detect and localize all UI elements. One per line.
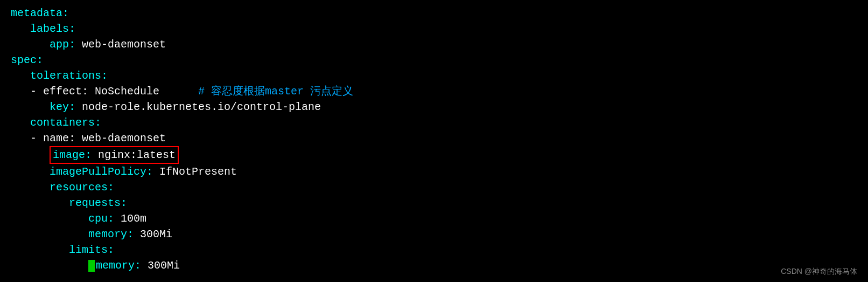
- highlighted-text-box: image: nginx:latest: [50, 146, 179, 164]
- code-token: key:: [50, 99, 82, 115]
- code-line: memory: 300Mi: [11, 258, 857, 273]
- watermark-text: CSDN @神奇的海马体: [781, 266, 857, 277]
- code-line: cpu: 100m: [11, 211, 857, 226]
- code-token: spec:: [11, 52, 43, 68]
- code-token: web-daemonset: [82, 37, 166, 52]
- code-token: cpu:: [88, 211, 121, 226]
- code-token: imagePullPolicy:: [50, 164, 159, 180]
- code-token: web-daemonset: [82, 130, 166, 146]
- code-line: containers:: [11, 115, 857, 130]
- code-line: memory: 300Mi: [11, 226, 857, 242]
- code-token: memory:: [96, 258, 148, 273]
- code-line: key: node-role.kubernetes.io/control-pla…: [11, 99, 857, 115]
- code-token: app:: [50, 37, 82, 52]
- text-cursor: [88, 260, 95, 272]
- code-line: image: nginx:latest: [11, 146, 857, 164]
- code-token: NoSchedule: [95, 84, 159, 99]
- code-token: containers:: [30, 115, 101, 130]
- code-line: tolerations:: [11, 68, 857, 84]
- code-line: labels:: [11, 21, 857, 37]
- code-token: 300Mi: [140, 226, 172, 242]
- code-token: node-role.kubernetes.io/control-plane: [82, 99, 321, 115]
- code-token: labels:: [30, 21, 75, 37]
- code-line: limits:: [11, 242, 857, 258]
- code-token: limits:: [69, 242, 114, 258]
- code-line: app: web-daemonset: [11, 37, 857, 52]
- code-token: IfNotPresent: [159, 164, 237, 180]
- code-token: - name:: [30, 130, 82, 146]
- code-editor: metadata:labels:app: web-daemonsetspec:t…: [0, 0, 868, 279]
- code-line: imagePullPolicy: IfNotPresent: [11, 164, 857, 180]
- code-token: tolerations:: [30, 68, 108, 84]
- code-token: image:: [53, 149, 98, 161]
- code-token: requests:: [69, 195, 127, 211]
- code-line: requests:: [11, 195, 857, 211]
- code-line: - name: web-daemonset: [11, 130, 857, 146]
- code-line: resources:: [11, 180, 857, 195]
- code-token: metadata:: [11, 5, 69, 21]
- code-token: nginx:latest: [98, 149, 176, 161]
- code-line: - effect: NoSchedule # 容忍度根据master 污点定义: [11, 84, 857, 99]
- code-token: resources:: [50, 180, 114, 195]
- code-token: 300Mi: [148, 258, 180, 273]
- code-line: metadata:: [11, 5, 857, 21]
- code-token: - effect:: [30, 84, 95, 99]
- code-token: memory:: [88, 226, 140, 242]
- code-token: # 容忍度根据master 污点定义: [159, 84, 353, 99]
- code-token: 100m: [121, 211, 146, 226]
- code-line: spec:: [11, 52, 857, 68]
